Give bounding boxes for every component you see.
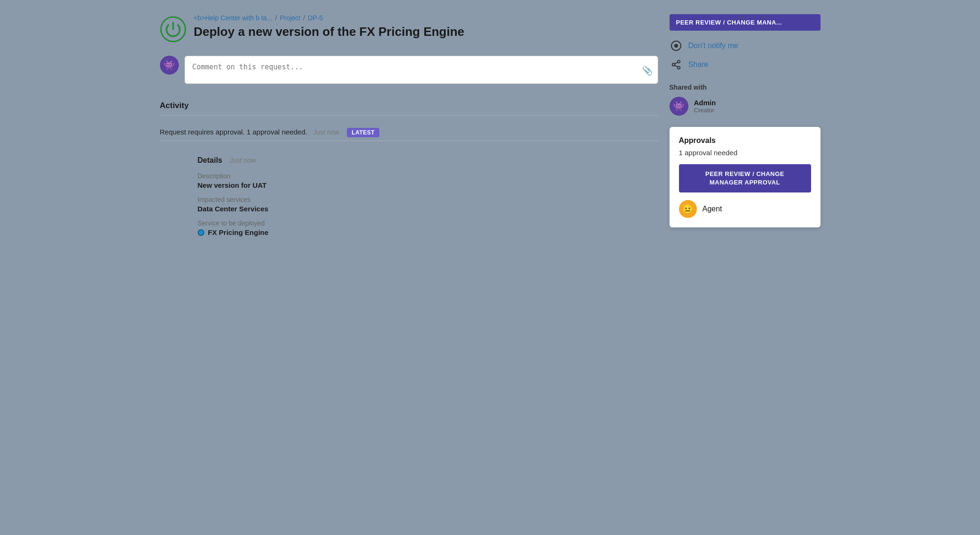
notify-icon — [670, 39, 683, 52]
page-title: Deploy a new version of the FX Pricing E… — [194, 25, 658, 39]
shared-user-name: Admin — [694, 99, 716, 107]
detail-description: Description New version for UAT — [198, 172, 658, 189]
comment-input[interactable] — [184, 56, 658, 84]
details-time: Just now — [230, 157, 256, 164]
activity-item: Request requires approval. 1 approval ne… — [160, 123, 658, 141]
description-value: New version for UAT — [198, 181, 658, 189]
power-icon — [160, 16, 186, 42]
service-value-wrap: FX Pricing Engine — [198, 228, 658, 236]
share-label: Share — [688, 60, 709, 69]
sidebar: PEER REVIEW / CHANGE MANA... Don't notif… — [670, 14, 821, 244]
activity-message: Request requires approval. 1 approval ne… — [160, 128, 308, 136]
breadcrumb-sep2: / — [303, 14, 305, 22]
activity-title: Activity — [160, 101, 658, 110]
shared-user-role: Creator — [694, 107, 716, 114]
breadcrumb-ticket[interactable]: DP-5 — [308, 14, 323, 22]
approver-avatar: 😐 — [679, 200, 697, 218]
notify-action[interactable]: Don't notify me — [670, 36, 821, 55]
comment-input-wrap: 📎 — [184, 56, 658, 86]
breadcrumb-sep1: / — [275, 14, 277, 22]
divider-top — [160, 115, 658, 116]
share-icon — [670, 58, 683, 71]
activity-text: Request requires approval. 1 approval ne… — [160, 128, 658, 136]
header-text: <b>Help Center with b ta... / Project / … — [194, 14, 658, 39]
shared-with-section: Shared with 👾 Admin Creator — [670, 84, 821, 116]
details-grid: Description New version for UAT Impacted… — [198, 172, 658, 236]
service-value: FX Pricing Engine — [208, 228, 268, 236]
sidebar-top: PEER REVIEW / CHANGE MANA... Don't notif… — [670, 14, 821, 116]
shared-avatar-emoji: 👾 — [673, 100, 685, 112]
attach-icon[interactable]: 📎 — [642, 66, 653, 76]
detail-service: Service to be deployed FX Pricing Engine — [198, 219, 658, 236]
peer-review-button[interactable]: PEER REVIEW / CHANGE MANA... — [670, 14, 821, 31]
badge-latest: LATEST — [347, 128, 379, 137]
shared-user-info: Admin Creator — [694, 99, 716, 114]
approver-avatar-emoji: 😐 — [682, 203, 694, 215]
svg-line-7 — [674, 62, 677, 64]
approvals-title: Approvals — [679, 136, 811, 145]
approvals-card: Approvals 1 approval needed PEER REVIEW … — [670, 127, 821, 227]
shared-user: 👾 Admin Creator — [670, 97, 821, 116]
shared-user-avatar: 👾 — [670, 97, 688, 116]
divider-bottom — [160, 141, 658, 141]
detail-impacted: Impacted services Data Center Services — [198, 196, 658, 213]
impacted-value: Data Center Services — [198, 205, 658, 213]
breadcrumb-project[interactable]: Project — [280, 14, 301, 22]
approval-type-button[interactable]: PEER REVIEW / CHANGEMANAGER APPROVAL — [679, 164, 811, 192]
details-title: Details — [198, 156, 222, 165]
svg-point-2 — [674, 44, 678, 48]
approvals-needed: 1 approval needed — [679, 149, 811, 157]
comment-section: 👾 📎 — [160, 56, 658, 86]
impacted-label: Impacted services — [198, 196, 658, 203]
approver-row: 😐 Agent — [679, 200, 811, 218]
user-avatar: 👾 — [160, 56, 179, 75]
avatar-emoji: 👾 — [163, 59, 175, 71]
service-label: Service to be deployed — [198, 219, 658, 227]
service-dot-icon — [198, 229, 204, 236]
header-section: <b>Help Center with b ta... / Project / … — [160, 14, 658, 42]
breadcrumb: <b>Help Center with b ta... / Project / … — [194, 14, 658, 22]
shared-with-title: Shared with — [670, 84, 821, 91]
notify-label: Don't notify me — [688, 42, 738, 50]
activity-time: Just now — [313, 128, 339, 136]
details-header: Details Just now — [198, 156, 658, 165]
details-card: Details Just now Description New version… — [160, 149, 658, 244]
activity-section: Activity Request requires approval. 1 ap… — [160, 101, 658, 141]
breadcrumb-project-link[interactable]: <b>Help Center with b ta... — [194, 14, 273, 22]
share-action[interactable]: Share — [670, 55, 821, 74]
description-label: Description — [198, 172, 658, 180]
approver-name: Agent — [703, 205, 722, 213]
svg-line-6 — [674, 65, 677, 67]
